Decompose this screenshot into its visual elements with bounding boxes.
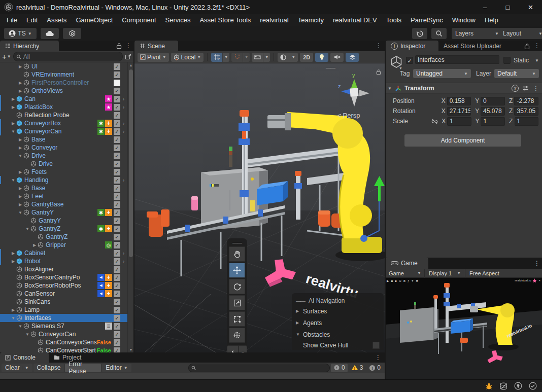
display-dropdown[interactable]: Display 1▼ bbox=[425, 270, 465, 276]
layers-dropdown[interactable]: Layers ▼ bbox=[452, 28, 502, 39]
overlay-drag-handle[interactable]: —— bbox=[296, 298, 305, 304]
prefab-chevron-icon[interactable]: › bbox=[120, 177, 127, 183]
nav-agents-foldout[interactable]: ▶ Agents bbox=[296, 317, 380, 329]
foldout-arrow-icon[interactable]: ▶ bbox=[17, 186, 23, 191]
kebab-menu-icon[interactable]: ⋮ bbox=[532, 85, 540, 92]
kebab-menu-icon[interactable]: ⋮ bbox=[375, 42, 383, 49]
lock-icon[interactable] bbox=[524, 43, 530, 50]
foldout-arrow-icon[interactable]: ▶ bbox=[10, 105, 16, 110]
help-icon[interactable]: ? bbox=[512, 85, 519, 92]
active-checkbox[interactable]: ✓ bbox=[114, 209, 120, 216]
foldout-arrow-icon[interactable]: ▶ bbox=[17, 202, 23, 207]
hierarchy-row[interactable]: CanConveyorSensFalse✓ bbox=[0, 338, 133, 346]
2d-toggle-button[interactable]: 2D bbox=[300, 53, 313, 62]
warning-count[interactable]: ! 3 bbox=[349, 364, 366, 372]
scene-picker-icon[interactable] bbox=[125, 53, 131, 60]
presets-icon[interactable] bbox=[523, 85, 529, 91]
snap-toggle-button[interactable] bbox=[231, 53, 243, 62]
show-carve-hull-checkbox[interactable] bbox=[372, 342, 380, 349]
cloud-button[interactable] bbox=[41, 28, 59, 39]
hierarchy-scrollbar[interactable]: ▲ ▼ bbox=[127, 62, 133, 352]
transform-rotation-z-field[interactable]: 357.05 bbox=[514, 107, 538, 116]
hierarchy-row[interactable]: ▶Base✓ bbox=[0, 135, 133, 144]
hierarchy-row[interactable]: CanSensor◀+✓ bbox=[0, 290, 133, 298]
foldout-arrow-icon[interactable]: ▶ bbox=[10, 308, 16, 312]
hierarchy-row[interactable]: SinkCans✓ bbox=[0, 298, 133, 306]
maximize-button[interactable]: □ bbox=[496, 0, 519, 14]
hierarchy-row[interactable]: ▼Siemens S7≣✓ bbox=[0, 322, 133, 330]
active-checkbox[interactable]: ✓ bbox=[114, 185, 120, 192]
error-count[interactable]: ! 0 bbox=[366, 364, 383, 372]
hierarchy-row[interactable]: ▶Robot✓› bbox=[0, 257, 133, 265]
active-checkbox[interactable] bbox=[114, 80, 120, 86]
foldout-arrow-icon[interactable]: ▶ bbox=[10, 121, 16, 126]
close-button[interactable]: ✕ bbox=[519, 0, 542, 14]
active-checkbox[interactable]: ✓ bbox=[114, 145, 120, 151]
foldout-arrow-icon[interactable]: ▶ bbox=[17, 64, 23, 69]
static-dropdown-icon[interactable]: ▼ bbox=[535, 58, 539, 63]
hierarchy-row[interactable]: GantryY✓ bbox=[0, 217, 133, 225]
active-checkbox[interactable]: ✓ bbox=[114, 88, 120, 94]
foldout-arrow-icon[interactable]: ▼ bbox=[17, 324, 23, 329]
menu-item-realvirtual[interactable]: realvirtual bbox=[255, 14, 293, 26]
hierarchy-search-input[interactable]: All bbox=[13, 52, 123, 61]
hierarchy-row[interactable]: ▶GantryBase✓ bbox=[0, 200, 133, 208]
menu-item-gameobject[interactable]: GameObject bbox=[71, 14, 117, 26]
active-checkbox[interactable]: ✓ bbox=[114, 120, 120, 127]
tab-scene[interactable]: Scene bbox=[134, 41, 178, 51]
instant-tip-icon[interactable] bbox=[514, 382, 522, 390]
gameobject-cube-icon[interactable]: ▼ bbox=[390, 55, 403, 68]
foldout-arrow-icon[interactable]: ▶ bbox=[10, 259, 16, 264]
menu-item-file[interactable]: File bbox=[2, 14, 22, 26]
rect-tool-button[interactable] bbox=[229, 311, 245, 327]
nav-obstacles-foldout[interactable]: ▼ Obstacles bbox=[296, 329, 380, 340]
active-checkbox[interactable]: ✓ bbox=[114, 266, 120, 273]
runtime-icon[interactable]: ✦ bbox=[411, 279, 414, 282]
transform-tool-button[interactable] bbox=[229, 328, 245, 343]
hierarchy-row[interactable]: Drive✓ bbox=[0, 160, 133, 168]
transform-rotation-x-field[interactable]: 27.1715 bbox=[447, 107, 471, 116]
error-pause-button[interactable]: Error Pause bbox=[65, 364, 101, 372]
prefab-chevron-icon[interactable]: › bbox=[120, 259, 127, 264]
foldout-arrow-icon[interactable]: ▼ bbox=[24, 332, 30, 337]
hierarchy-row[interactable]: ▶ConveyorBox✱+✓› bbox=[0, 119, 133, 127]
layer-dropdown[interactable]: Default▼ bbox=[494, 69, 539, 78]
active-checkbox[interactable]: ✓ bbox=[114, 274, 120, 281]
transform-position-x-field[interactable]: 0.158 bbox=[447, 97, 471, 105]
active-checkbox[interactable]: ✓ bbox=[114, 96, 120, 102]
undo-history-button[interactable] bbox=[412, 28, 427, 39]
kebab-menu-icon[interactable]: ⋮ bbox=[533, 260, 541, 267]
hierarchy-row[interactable]: Reflection Probe✓ bbox=[0, 111, 133, 119]
active-checkbox[interactable]: ✓ bbox=[114, 250, 120, 257]
tab-inspector[interactable]: i Inspector bbox=[386, 41, 438, 51]
hand-tool-button[interactable] bbox=[229, 246, 245, 262]
active-checkbox[interactable]: ✓ bbox=[114, 291, 120, 297]
runtime-icon[interactable]: ƒ bbox=[408, 279, 409, 282]
active-checkbox[interactable]: ✓ bbox=[114, 315, 120, 322]
active-checkbox[interactable]: ✓ bbox=[114, 104, 120, 111]
hierarchy-row[interactable]: BoxSensorGantryPo◀+✓ bbox=[0, 273, 133, 281]
foldout-arrow-icon[interactable]: ▼ bbox=[10, 316, 16, 320]
tab-console[interactable]: Console bbox=[0, 352, 49, 363]
active-checkbox[interactable]: ✓ bbox=[114, 331, 120, 338]
tab-asset-store-uploader[interactable]: Asset Store Uploader bbox=[438, 41, 506, 51]
hierarchy-row[interactable]: ▶Base✓ bbox=[0, 184, 133, 192]
active-checkbox[interactable]: ✓ bbox=[114, 307, 120, 313]
game-runtime-toolbar[interactable]: ▶■■⊖Ƀƒ✦✱ bbox=[387, 279, 418, 282]
game-target-dropdown[interactable]: Game▼ bbox=[386, 270, 424, 276]
foldout-arrow-icon[interactable]: ▶ bbox=[17, 194, 23, 199]
hierarchy-row[interactable]: ▶FirstPersonController bbox=[0, 79, 133, 87]
scale-tool-button[interactable] bbox=[229, 295, 245, 310]
transform-component-header[interactable]: ▼ Transform ? ⋮ bbox=[386, 83, 542, 94]
menu-item-teamcity[interactable]: Teamcity bbox=[293, 14, 328, 26]
active-checkbox[interactable]: ✓ bbox=[114, 258, 120, 265]
active-checkbox[interactable]: ✓ bbox=[114, 128, 120, 135]
prefab-chevron-icon[interactable]: › bbox=[120, 251, 127, 256]
local-dropdown[interactable]: Local ▼ bbox=[171, 53, 204, 62]
tab-hierarchy[interactable]: Hierarchy bbox=[0, 41, 59, 51]
hierarchy-row[interactable]: BoxSensorRobotPos◀+✓ bbox=[0, 281, 133, 290]
menu-item-parrelsync[interactable]: ParrelSync bbox=[406, 14, 448, 26]
hierarchy-row[interactable]: ▼Handling✓› bbox=[0, 176, 133, 184]
account-button[interactable]: TS ▼ bbox=[4, 28, 37, 39]
scale-link-broken-icon[interactable] bbox=[431, 119, 438, 124]
